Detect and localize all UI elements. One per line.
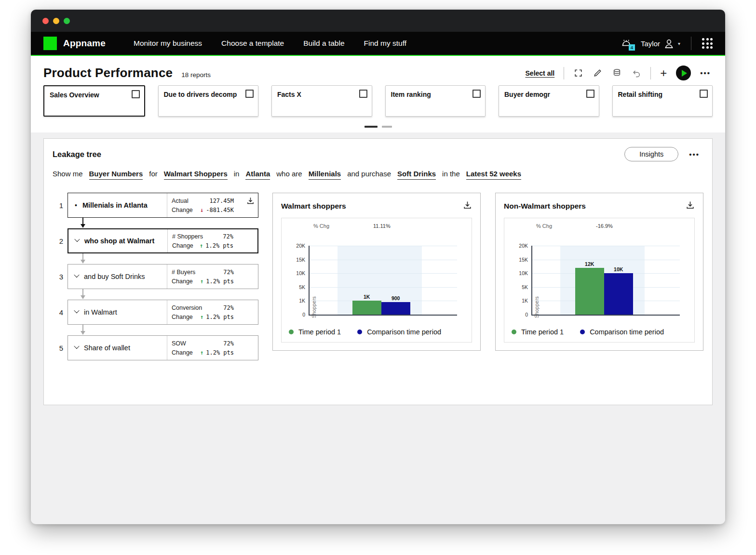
tree-node-millenials-in-atlanta[interactable]: • Millenials in Atlanta Actual 127.45M C…	[68, 193, 258, 218]
nav-build-a-table[interactable]: Build a table	[303, 39, 344, 48]
tree-node-who-shop-at-walmart[interactable]: who shop at Walmart # Shoppers 72% Chang…	[68, 228, 258, 253]
chevron-down-icon[interactable]	[74, 272, 79, 278]
tree-node-in-walmart[interactable]: in Walmart Conversion 72% Change ↑1.2% p…	[68, 300, 258, 325]
y-axis-label: Shoppers	[311, 281, 317, 334]
pagination-dot-active[interactable]	[364, 126, 378, 128]
download-icon[interactable]	[246, 197, 255, 207]
chevron-down-icon[interactable]	[74, 308, 79, 313]
legend-dot-blue	[357, 330, 362, 334]
change-up-icon: ↑	[200, 278, 203, 285]
report-card-buyer-demogr[interactable]: Buyer demogr	[499, 85, 599, 117]
notifications-bell-icon[interactable]: 4	[621, 37, 633, 50]
metric-value: 72%	[223, 233, 233, 240]
fullscreen-icon[interactable]	[573, 68, 583, 78]
report-card-facts-x[interactable]: Facts X	[271, 85, 372, 117]
chart-card-non-walmart-shoppers: Non-Walmart shoppers % Chg -16.9%	[495, 193, 703, 351]
filter-shopper-group[interactable]: Walmart Shoppers	[164, 170, 228, 180]
change-label: Change	[172, 314, 193, 320]
card-checkbox[interactable]	[359, 90, 367, 98]
select-all-link[interactable]: Select all	[526, 69, 555, 77]
zoom-window-button[interactable]	[64, 18, 70, 24]
flow-arrow	[78, 325, 88, 335]
undo-icon[interactable]	[631, 68, 641, 78]
y-tick-label: 10K	[519, 270, 528, 276]
y-tick-label: 0	[525, 312, 528, 317]
y-tick-label: 10K	[296, 270, 305, 276]
content-area: Leakage tree Insights ••• Show me Buyer …	[31, 132, 725, 521]
app-window: Appname Monitor my business Choose a tem…	[31, 10, 725, 524]
download-icon[interactable]	[686, 200, 695, 211]
divider	[564, 67, 564, 79]
insights-button[interactable]: Insights	[624, 147, 678, 161]
filter-metric[interactable]: Buyer Numbers	[89, 170, 143, 180]
reports-count: 18 reports	[181, 71, 211, 79]
card-checkbox[interactable]	[700, 90, 708, 98]
change-value: 1.2% pts	[206, 278, 234, 285]
nav-monitor-my-business[interactable]: Monitor my business	[134, 39, 202, 48]
pct-chg-label: % Chg	[536, 223, 552, 229]
pct-chg-value: -16.9%	[596, 223, 613, 229]
flow-arrow	[78, 289, 88, 300]
run-button[interactable]	[676, 66, 691, 80]
card-checkbox[interactable]	[472, 90, 481, 98]
report-cards-row: Sales Overview Due to drivers decomp Fac…	[43, 85, 713, 117]
filter-category[interactable]: Soft Drinks	[397, 170, 436, 180]
gridline	[310, 287, 457, 288]
chart-legend: Time period 1 Comparison time period	[512, 328, 664, 336]
node-number: 5	[53, 344, 63, 352]
report-card-sales-overview[interactable]: Sales Overview	[43, 85, 145, 117]
sentence-word: who are	[276, 170, 302, 178]
filter-demographic[interactable]: Millenials	[309, 170, 341, 180]
y-tick-label: 15K	[296, 257, 305, 263]
user-menu[interactable]: Taylor ▾	[641, 38, 680, 49]
node-label: in Walmart	[84, 308, 117, 316]
card-checkbox[interactable]	[586, 90, 594, 98]
download-icon[interactable]	[463, 200, 472, 211]
y-tick-label: 20K	[519, 243, 528, 249]
apps-grid-icon[interactable]	[702, 38, 713, 49]
add-icon[interactable]: +	[660, 69, 667, 78]
user-name: Taylor	[641, 40, 660, 48]
top-navbar: Appname Monitor my business Choose a tem…	[31, 32, 725, 56]
y-tick-label: 5K	[522, 284, 528, 290]
pagination-dot[interactable]	[382, 126, 392, 128]
node-label: who shop at Walmart	[84, 237, 154, 245]
panel-more-options-icon[interactable]: •••	[689, 150, 700, 159]
metric-label: Actual	[172, 198, 189, 204]
change-down-icon: ↓	[200, 207, 203, 213]
leakage-tree-panel: Leakage tree Insights ••• Show me Buyer …	[43, 138, 713, 405]
minimize-window-button[interactable]	[53, 18, 59, 24]
edit-pencil-icon[interactable]	[593, 68, 603, 78]
report-card-item-ranking[interactable]: Item ranking	[385, 85, 486, 117]
pct-chg-value: 11.11%	[373, 223, 391, 229]
report-card-retail-shifting[interactable]: Retail shifting	[612, 85, 713, 117]
legend-label: Comparison time period	[590, 328, 664, 336]
report-card-due-to-drivers-decomp[interactable]: Due to drivers decomp	[158, 85, 259, 117]
app-name: Appname	[63, 38, 106, 49]
change-label: Change	[172, 242, 193, 249]
sentence-word: for	[149, 170, 158, 178]
card-checkbox[interactable]	[245, 90, 254, 98]
tree-node-share-of-wallet[interactable]: Share of wallet SOW 72% Change ↑1.2% pts	[68, 335, 258, 360]
chevron-down-icon[interactable]	[74, 237, 80, 242]
tree-node-and-buy-soft-drinks[interactable]: and buy Soft Drinks # Buyers 72% Change …	[68, 264, 258, 289]
carousel-pagination	[43, 126, 713, 128]
page-title: Product Performance	[43, 66, 173, 80]
chart-title: Walmart shoppers	[281, 202, 346, 211]
nav-choose-a-template[interactable]: Choose a template	[221, 39, 284, 48]
database-icon[interactable]	[612, 68, 622, 78]
bar-time-period-1	[575, 268, 604, 315]
card-label: Facts X	[277, 91, 301, 98]
card-checkbox[interactable]	[132, 90, 140, 98]
chevron-down-icon[interactable]	[74, 344, 79, 349]
bar-value-label: 12K	[575, 261, 604, 267]
more-options-icon[interactable]: •••	[700, 69, 711, 77]
change-label: Change	[172, 207, 193, 213]
filter-market[interactable]: Atlanta	[245, 170, 270, 180]
filter-time-period[interactable]: Latest 52 weeks	[466, 170, 521, 180]
change-up-icon: ↑	[200, 314, 203, 320]
nav-find-my-stuff[interactable]: Find my stuff	[364, 39, 406, 48]
change-value: 1.2% pts	[206, 314, 234, 320]
legend-label: Comparison time period	[367, 328, 441, 336]
close-window-button[interactable]	[42, 18, 49, 24]
